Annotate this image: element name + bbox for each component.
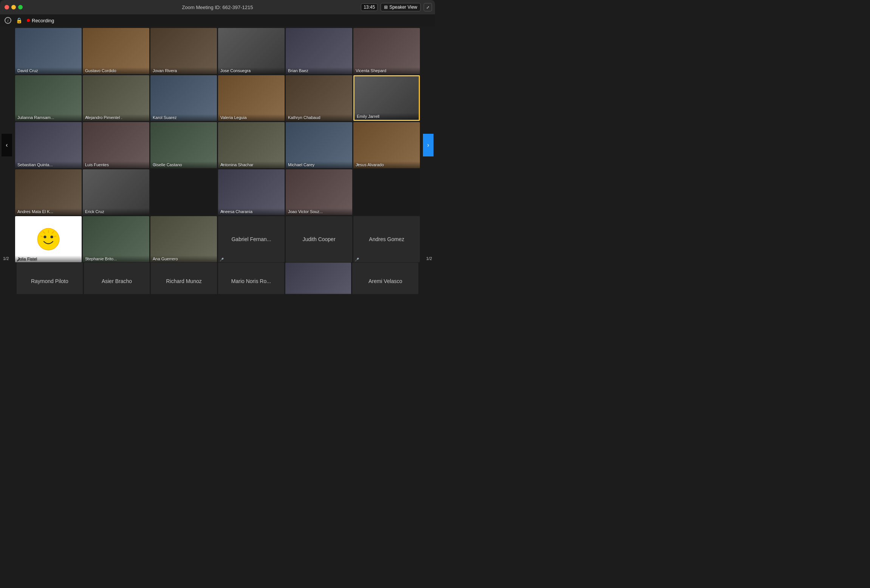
traffic-lights — [5, 5, 23, 9]
title-bar: Zoom Meeting ID: 662-397-1215 13:45 ⊞ Sp… — [0, 0, 435, 14]
participant-cell: Brian Baez — [286, 28, 352, 74]
participant-name: Vicenta Shepard — [353, 67, 420, 74]
participant-cell: 🎤 Alejandro Pimentel . — [83, 75, 149, 121]
participant-cell: Karol Suarez — [150, 75, 217, 121]
recording-dot — [27, 19, 30, 22]
prev-page-arrow[interactable]: ‹ — [2, 134, 12, 156]
participant-name: Emily Jarrell — [355, 113, 419, 120]
svg-point-1 — [43, 236, 46, 238]
participant-cell: Jovan Rivera — [150, 28, 217, 74]
participant-cell: Jose Consuegra — [218, 28, 285, 74]
participant-name: Raymond Piloto — [31, 278, 68, 284]
participant-cell-nameonly: Judith Cooper — [286, 216, 352, 262]
participant-name: Karol Suarez — [150, 114, 217, 121]
participant-cell-empty — [353, 169, 420, 215]
participant-name: Erick Cruz — [83, 208, 149, 215]
speaker-view-button[interactable]: ⊞ Speaker View — [381, 3, 421, 11]
participant-cell: Vicenta Shepard — [353, 28, 420, 74]
speaker-view-label: Speaker View — [389, 5, 417, 10]
video-grid-area: ‹ 1/2 David Cruz Gustavo Cordido Jovan R… — [0, 26, 435, 264]
participant-cell: 🎤 Giselle Castano — [150, 122, 217, 168]
participant-cell: Shahnawaz Rafi — [285, 263, 351, 294]
participant-name: Richard Munoz — [166, 278, 202, 284]
participant-name: Aneesa Charania — [218, 208, 285, 215]
participant-name: Mario Noris Ro... — [231, 278, 271, 284]
participant-name: Shahnawaz Rafi — [285, 292, 351, 294]
smiley-icon — [37, 228, 60, 251]
fullscreen-button[interactable] — [18, 5, 23, 9]
participant-cell-nameonly: Gabriel Fernan... 🎤 — [218, 216, 285, 262]
participant-cell: Ana Guerrero — [150, 216, 217, 262]
participant-cell: Gustavo Cordido — [83, 28, 149, 74]
participant-cell: 🎤 Antonina Shachar — [218, 122, 285, 168]
participant-name: Brian Baez — [286, 67, 352, 74]
participant-name: Michael Carey — [286, 161, 352, 168]
participant-name: Giselle Castano — [150, 161, 217, 168]
participant-cell: Valeria Leguia — [218, 75, 285, 121]
mute-icon: 🎤 — [355, 258, 359, 262]
meeting-title: Zoom Meeting ID: 662-397-1215 — [182, 5, 253, 10]
page-indicator-left: 1/2 — [3, 256, 9, 261]
participant-cell: David Cruz — [15, 28, 82, 74]
participant-cell — [150, 169, 217, 215]
participant-cell: Luis Fuentes — [83, 122, 149, 168]
participant-name: Kathryn Chabaud — [286, 114, 352, 121]
meeting-timer: 13:45 — [361, 3, 378, 11]
participant-name: Andres Mata El K... — [15, 208, 82, 215]
participant-cell: Kathryn Chabaud — [286, 75, 352, 121]
participant-cell: 🎤 Jesus Alvarado — [353, 122, 420, 168]
participant-cell-nameonly: Mario Noris Ro... 🎤 — [218, 263, 284, 294]
participant-name: Alejandro Pimentel . — [83, 114, 149, 121]
participant-name: Jovan Rivera — [150, 67, 217, 74]
participant-cell-active: Emily Jarrell — [353, 75, 420, 121]
info-bar: i 🔒 Recording — [0, 14, 435, 26]
participant-name: Stephanie Brito... — [83, 255, 149, 262]
minimize-button[interactable] — [11, 5, 16, 9]
participant-cell-nameonly: Raymond Piloto 🎤 — [17, 263, 83, 294]
video-grid: David Cruz Gustavo Cordido Jovan Rivera … — [15, 28, 420, 262]
participant-name: Sebastian Quinta... — [15, 161, 82, 168]
grid-icon: ⊞ — [384, 5, 388, 10]
participant-name: Luis Fuentes — [83, 161, 149, 168]
participant-name: Asier Bracho — [102, 278, 132, 284]
close-button[interactable] — [5, 5, 9, 9]
participant-cell: Sebastian Quinta... — [15, 122, 82, 168]
participant-cell: Joao Victor Souz... — [286, 169, 352, 215]
participant-name: Julianna Ramsam... — [15, 114, 82, 121]
lock-icon: 🔒 — [16, 17, 22, 23]
participant-name: Valeria Leguia — [218, 114, 285, 121]
svg-point-2 — [50, 236, 53, 238]
participant-name: Jesus Alvarado — [353, 161, 420, 168]
participant-cell: Erick Cruz — [83, 169, 149, 215]
recording-label: Recording — [32, 18, 54, 23]
participant-name: Judith Cooper — [302, 236, 335, 242]
recording-indicator: Recording — [27, 18, 54, 23]
participant-cell-nameonly: Aremi Velasco 🎤 — [352, 263, 418, 294]
participant-cell: 🎤 Stephanie Brito... — [83, 216, 149, 262]
participant-cell-nameonly: Richard Munoz 🎤 — [151, 263, 217, 294]
participant-name: Ana Guerrero — [150, 255, 217, 262]
participant-name: Andres Gomez — [369, 236, 404, 242]
participant-cell: Julianna Ramsam... — [15, 75, 82, 121]
participant-name: Julia Fistel — [15, 255, 82, 262]
participant-cell-nameonly: Andres Gomez 🎤 — [353, 216, 420, 262]
info-icon[interactable]: i — [5, 17, 11, 24]
participant-name: David Cruz — [15, 67, 82, 74]
participant-cell-nameonly: Asier Bracho 🎤 — [84, 263, 150, 294]
expand-button[interactable]: ⤢ — [424, 3, 432, 11]
participant-name: Gabriel Fernan... — [231, 236, 271, 242]
participant-name: Antonina Shachar — [218, 161, 285, 168]
participant-cell: 🎤 Aneesa Charania — [218, 169, 285, 215]
participant-name: Jose Consuegra — [218, 67, 285, 74]
participant-cell: Andres Mata El K... — [15, 169, 82, 215]
mute-icon: 🎤 — [220, 258, 224, 262]
participant-cell: Michael Carey — [286, 122, 352, 168]
participant-name: Aremi Velasco — [368, 278, 402, 284]
participant-name: Joao Victor Souz... — [286, 208, 352, 215]
page-indicator-right: 1/2 — [426, 256, 432, 261]
participant-cell-smiley: 🎤 Julia Fistel — [15, 216, 82, 262]
participant-name: Gustavo Cordido — [83, 67, 149, 74]
title-bar-controls: 13:45 ⊞ Speaker View ⤢ — [361, 3, 432, 11]
next-page-arrow[interactable]: › — [423, 134, 433, 156]
